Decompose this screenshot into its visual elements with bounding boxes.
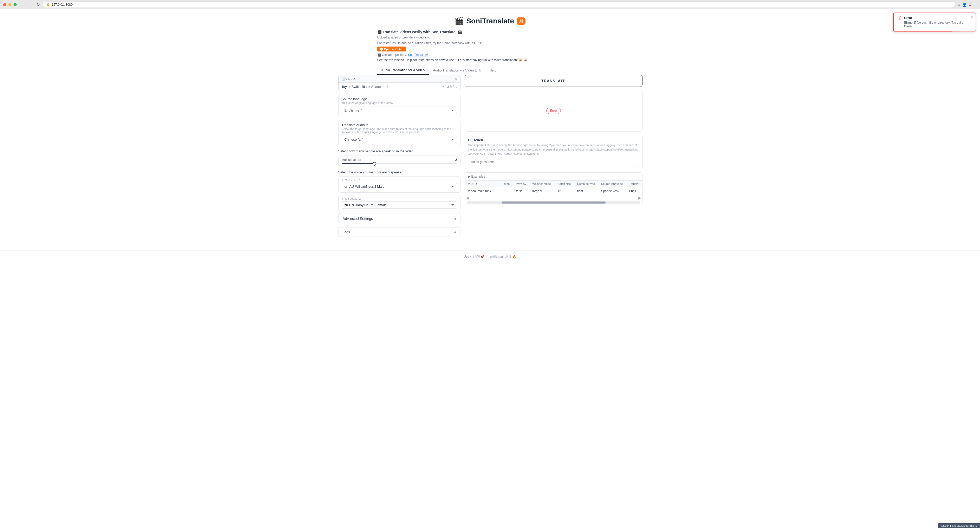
speaker1-group: TTS Speaker 1 en-AU-WilliamNeural-Male bbox=[338, 176, 460, 192]
github-link[interactable]: SoniTranslate! bbox=[408, 53, 428, 57]
slider-thumb[interactable] bbox=[372, 162, 376, 165]
advanced-settings-header[interactable]: Advanced Settings ◀ bbox=[339, 213, 460, 224]
max-speakers-slider[interactable] bbox=[342, 163, 457, 164]
hf-token-input[interactable] bbox=[468, 158, 640, 166]
speaker1-select[interactable]: en-AU-WilliamNeural-Male bbox=[342, 183, 457, 190]
speakers-section: Select how many people are speaking in t… bbox=[338, 149, 460, 167]
col-hf-token: HF Token bbox=[494, 181, 513, 187]
tab-video-link[interactable]: Audio Translation via Video Link bbox=[429, 66, 485, 75]
speaker1-label: TTS Speaker 1 bbox=[342, 179, 457, 182]
examples-scroll-area: VIDEO HF Token Preview Whisper model Bat… bbox=[465, 181, 643, 195]
file-upload-area[interactable]: 📄 VIDEO × Taylor Swift - Blank Space.mp4… bbox=[338, 75, 460, 91]
browser-reload-btn[interactable]: ↻ bbox=[35, 2, 41, 8]
file-name: Taylor Swift - Blank Space.mp4 bbox=[342, 85, 388, 89]
error-progress-bar bbox=[894, 31, 953, 32]
footer-gradio-text[interactable]: 使用Gradio构建 🔥 bbox=[490, 255, 516, 259]
error-notification-close-btn[interactable]: × bbox=[970, 15, 973, 19]
error-icon: ⓘ bbox=[898, 16, 902, 21]
col-video: VIDEO bbox=[465, 181, 495, 187]
extensions-icon[interactable]: ⚙ bbox=[968, 3, 972, 7]
app-footer: Use via API 🚀 使用Gradio构建 🔥 bbox=[0, 250, 980, 263]
browser-url-bar[interactable]: 🔒 127.0.0.1:8080 bbox=[43, 2, 955, 8]
cell-batch-size: 16 bbox=[555, 187, 574, 195]
star-icon[interactable]: ☆ bbox=[958, 3, 961, 7]
advanced-settings-chevron-icon: ◀ bbox=[454, 217, 456, 221]
menu-icon[interactable]: ⋮ bbox=[973, 3, 977, 7]
browser-close-btn[interactable] bbox=[3, 3, 6, 6]
left-panel: 📄 VIDEO × Taylor Swift - Blank Space.mp4… bbox=[338, 75, 460, 240]
tab-help[interactable]: Help bbox=[485, 66, 501, 75]
logs-chevron-icon: ◀ bbox=[454, 230, 456, 234]
colab-label: Open in Colab bbox=[384, 48, 404, 51]
cell-video: Video_main.mp4 bbox=[465, 187, 495, 195]
target-language-group: Translate audio to Select the target lan… bbox=[338, 120, 460, 146]
output-error-badge: Error bbox=[546, 108, 561, 114]
source-language-hint: This is the original language of the vid… bbox=[342, 102, 457, 105]
cell-whisper-model: large-v1 bbox=[529, 187, 554, 195]
status-bar: CS1641 @FakeDiscordBo... bbox=[938, 523, 980, 528]
colab-button[interactable]: ⬤ Open in Colab bbox=[377, 46, 406, 51]
max-speakers-container: Max speakers 2 bbox=[338, 155, 460, 167]
examples-section: ▶ Examples VIDEO HF Token Preview Whispe… bbox=[465, 172, 643, 205]
cell-preview: false bbox=[513, 187, 529, 195]
right-panel: TRANSLATE Error HF Token One important s… bbox=[465, 75, 643, 240]
error-notification-title: Error bbox=[904, 16, 971, 20]
speakers-section-title: Select how many people are speaking in t… bbox=[338, 149, 460, 153]
hf-token-box: HF Token One important step is to accept… bbox=[465, 135, 643, 169]
intro-faster-line: For faster results and no duration limit… bbox=[377, 41, 603, 45]
app-title: SoniTranslate bbox=[466, 17, 514, 25]
examples-scrollbar-thumb bbox=[501, 202, 606, 204]
source-language-group: Source language This is the original lan… bbox=[338, 94, 460, 117]
cell-hf-token bbox=[494, 187, 513, 195]
logs-header[interactable]: Logs ◀ bbox=[339, 227, 460, 237]
file-size: 42.3 MB ↓ bbox=[443, 85, 457, 89]
browser-maximize-btn[interactable] bbox=[14, 3, 17, 6]
cell-source-language: Spanish (es) bbox=[598, 187, 626, 195]
browser-url-text: 127.0.0.1:8080 bbox=[52, 3, 952, 6]
browser-minimize-btn[interactable] bbox=[8, 3, 11, 6]
logs-section: Logs ◀ bbox=[338, 227, 460, 237]
scroll-right-icon[interactable]: ▶ bbox=[638, 196, 641, 200]
browser-forward-btn[interactable]: → bbox=[27, 2, 33, 8]
browser-bar: ← → ↻ 🔒 127.0.0.1:8080 ☆ 👤 ⚙ ⋮ bbox=[0, 0, 980, 10]
tabs-container: Audio Translation for a Video Audio Tran… bbox=[373, 66, 607, 75]
col-batch-size: Batch size bbox=[555, 181, 574, 187]
target-language-hint: Select the target language, and make sur… bbox=[342, 127, 457, 134]
examples-header: ▶ Examples bbox=[465, 173, 643, 181]
target-language-select[interactable]: Chinese (zh) bbox=[342, 136, 457, 143]
browser-back-btn[interactable]: ← bbox=[19, 2, 25, 8]
app-container: 🎬 SoniTranslate 月 🎬 Translate videos eas… bbox=[0, 10, 980, 528]
speaker2-group: TTS Speaker 2 zh-CN-XiaoyiNeural-Female bbox=[338, 195, 460, 211]
colab-icon: ⬤ bbox=[380, 47, 383, 51]
col-preview: Preview bbox=[513, 181, 529, 187]
footer-api-text[interactable]: Use via API 🚀 bbox=[464, 255, 484, 259]
cell-compute-type: float16 bbox=[574, 187, 598, 195]
source-language-label: Source language bbox=[342, 97, 457, 101]
intro-title: 🎬 Translate videos easily with SoniTrans… bbox=[377, 30, 603, 34]
file-header: 📄 VIDEO × bbox=[339, 75, 460, 83]
examples-scrollbar[interactable] bbox=[467, 202, 640, 204]
target-language-label: Translate audio to bbox=[342, 123, 457, 127]
examples-table: VIDEO HF Token Preview Whisper model Bat… bbox=[465, 181, 643, 195]
intro-help-text: See the tab labeled 'Help' for instructi… bbox=[377, 58, 603, 62]
col-translate: Translat bbox=[626, 181, 642, 187]
scroll-left-icon[interactable]: ◀ bbox=[466, 196, 469, 200]
examples-label: Examples bbox=[471, 175, 485, 178]
status-text: CS1641 @FakeDiscordBo... bbox=[941, 524, 977, 527]
cell-translate: Engli bbox=[626, 187, 642, 195]
output-area: Error bbox=[465, 90, 643, 132]
tab-audio-translation[interactable]: Audio Translation for a Video bbox=[377, 66, 429, 75]
file-name-row: Taylor Swift - Blank Space.mp4 42.3 MB ↓ bbox=[339, 83, 460, 91]
speaker2-select[interactable]: zh-CN-XiaoyiNeural-Female bbox=[342, 201, 457, 209]
file-remove-btn[interactable]: × bbox=[455, 77, 457, 81]
file-type-icon: 📄 bbox=[342, 77, 345, 81]
intro-github-line: 🎬 GitHub repository: SoniTranslate! bbox=[377, 53, 603, 57]
translate-button[interactable]: TRANSLATE bbox=[465, 75, 643, 87]
table-row[interactable]: Video_main.mp4 false large-v1 16 float16… bbox=[465, 187, 643, 195]
col-whisper-model: Whisper model bbox=[529, 181, 554, 187]
max-speakers-value: 2 bbox=[455, 158, 457, 162]
error-notification: ⓘ Error [Errno 2] No such file or direct… bbox=[892, 13, 976, 32]
profile-icon[interactable]: 👤 bbox=[963, 3, 967, 7]
source-language-select[interactable]: English (en) bbox=[342, 107, 457, 114]
browser-lock-icon: 🔒 bbox=[46, 3, 50, 6]
